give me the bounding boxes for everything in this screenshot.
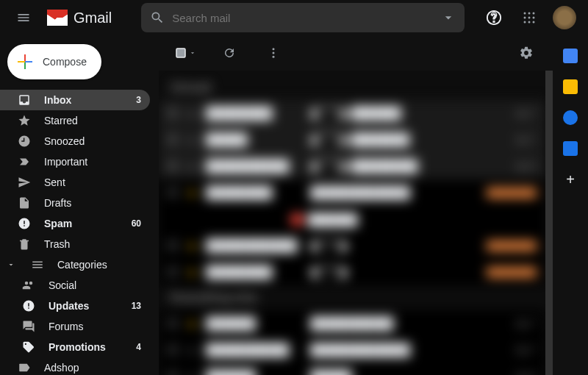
clock-icon [18, 135, 31, 148]
sidebar-item-count: 3 [136, 95, 141, 105]
apps-icon[interactable] [514, 3, 544, 32]
search-icon [150, 10, 165, 25]
sidebar-item-forums[interactable]: Forums [0, 316, 150, 337]
sidebar-item-label: Sent [44, 176, 141, 188]
sidebar-item-label: Adshop [44, 362, 141, 374]
svg-point-7 [524, 21, 526, 24]
header: Gmail [0, 0, 588, 35]
sidebar-item-label: Categories [57, 259, 141, 271]
promotions-icon [22, 340, 35, 354]
sidebar-item-label: Updates [49, 300, 118, 312]
calendar-icon[interactable] [563, 49, 578, 63]
inbox-icon [18, 93, 31, 107]
sidebar-item-trash[interactable]: Trash [0, 234, 150, 254]
sidebar-item-categories[interactable]: Categories [0, 254, 150, 275]
sidebar-item-social[interactable]: Social [0, 275, 150, 296]
sidebar-item-count: 60 [132, 218, 141, 229]
compose-label: Compose [43, 56, 87, 68]
main: Unread ☐☆████████████ ██████Apr 7 ☐☆████… [159, 35, 553, 375]
updates-icon [22, 299, 35, 312]
sidebar-item-label: Social [49, 279, 141, 291]
sidebar-item-label: Starred [44, 115, 141, 126]
mail-row[interactable]: ☐★███████████████████████ [159, 232, 545, 259]
drafts-icon [18, 196, 31, 210]
mail-row[interactable]: ☐☆█████████ ███████Apr 7 [159, 126, 545, 153]
social-icon [22, 279, 35, 292]
avatar[interactable] [550, 3, 579, 32]
logo-text: Gmail [74, 10, 112, 26]
sidebar-item-starred[interactable]: Starred [0, 110, 150, 131]
svg-point-6 [533, 17, 535, 19]
select-all-checkbox[interactable] [171, 38, 200, 68]
search-bar[interactable] [141, 3, 465, 32]
svg-point-13 [273, 52, 275, 54]
svg-point-3 [533, 12, 535, 15]
plus-icon [18, 54, 32, 69]
mail-row[interactable]: ☐☆██████████████ ████████Apr 6 [159, 153, 545, 179]
search-input[interactable] [172, 12, 441, 24]
toolbar [159, 35, 553, 71]
svg-point-2 [528, 12, 531, 15]
contacts-icon[interactable] [563, 141, 578, 156]
section-header: Everything else [159, 285, 545, 310]
mail-row[interactable]: ☐☆████████████ ██████Apr 7 [159, 100, 545, 126]
svg-point-1 [524, 12, 526, 15]
mail-list[interactable]: Unread ☐☆████████████ ██████Apr 7 ☐☆████… [159, 71, 553, 375]
svg-point-9 [533, 21, 535, 24]
categories-icon [31, 258, 44, 271]
mail-row[interactable]: 🔴 ██████ [159, 206, 545, 232]
svg-point-8 [528, 21, 531, 24]
sidebar-item-updates[interactable]: Updates 13 [0, 296, 150, 316]
refresh-icon[interactable] [215, 38, 244, 68]
sidebar-item-label: Trash [44, 238, 141, 250]
forums-icon [22, 320, 35, 333]
sidebar-item-label: Snoozed [44, 135, 141, 147]
trash-icon [18, 238, 31, 251]
sidebar-item-label: Inbox [44, 94, 123, 106]
section-header: Unread [159, 75, 545, 100]
sidebar-item-important[interactable]: Important [0, 151, 150, 172]
svg-rect-11 [176, 49, 185, 57]
svg-point-4 [524, 17, 526, 19]
sidebar-item-inbox[interactable]: Inbox 3 [0, 90, 150, 110]
sidebar-item-count: 13 [132, 301, 141, 311]
sidebar-item-promotions[interactable]: Promotions 4 [0, 337, 150, 357]
help-icon[interactable] [479, 3, 509, 32]
tasks-icon[interactable] [563, 110, 578, 125]
gmail-icon [47, 10, 68, 26]
mail-row[interactable]: ☐★████████████████████ [159, 259, 545, 285]
mail-row[interactable]: ☐★████████████████████████████ [159, 179, 545, 206]
svg-point-5 [528, 17, 531, 19]
dropdown-icon[interactable] [441, 10, 456, 25]
sidebar-item-drafts[interactable]: Drafts [0, 193, 150, 213]
addons-plus-icon[interactable]: + [563, 172, 578, 187]
svg-point-14 [273, 56, 275, 58]
more-icon[interactable] [259, 38, 288, 68]
compose-button[interactable]: Compose [7, 44, 101, 79]
svg-point-12 [273, 48, 275, 50]
star-icon [18, 114, 31, 127]
label-icon [18, 361, 31, 374]
sidebar-item-adshop[interactable]: Adshop [0, 357, 150, 375]
sidebar-item-label: Forums [49, 321, 141, 332]
side-panel: + [553, 35, 588, 375]
mail-row[interactable]: ☐☆███████████Apr 6 [159, 363, 545, 375]
mail-row[interactable]: ☐★████████████████Apr 7 [159, 310, 545, 337]
sidebar-item-sent[interactable]: Sent [0, 172, 150, 193]
settings-icon[interactable] [512, 38, 541, 68]
sidebar-item-label: Drafts [44, 197, 141, 209]
keep-icon[interactable] [563, 79, 578, 94]
sidebar-item-label: Spam [44, 218, 118, 229]
sent-icon [18, 176, 31, 189]
important-icon [18, 155, 31, 168]
menu-icon[interactable] [9, 3, 38, 32]
logo[interactable]: Gmail [44, 10, 115, 26]
chevron-down-icon [4, 258, 18, 271]
sidebar-item-snoozed[interactable]: Snoozed [0, 131, 150, 151]
sidebar-item-label: Promotions [49, 341, 123, 353]
sidebar-item-label: Important [44, 156, 141, 168]
sidebar: Compose Inbox 3 Starred Snoozed Importan… [0, 35, 159, 375]
spam-icon [18, 217, 31, 230]
mail-row[interactable]: ☐☆██████████████████████Apr 7 [159, 337, 545, 363]
sidebar-item-spam[interactable]: Spam 60 [0, 213, 150, 234]
